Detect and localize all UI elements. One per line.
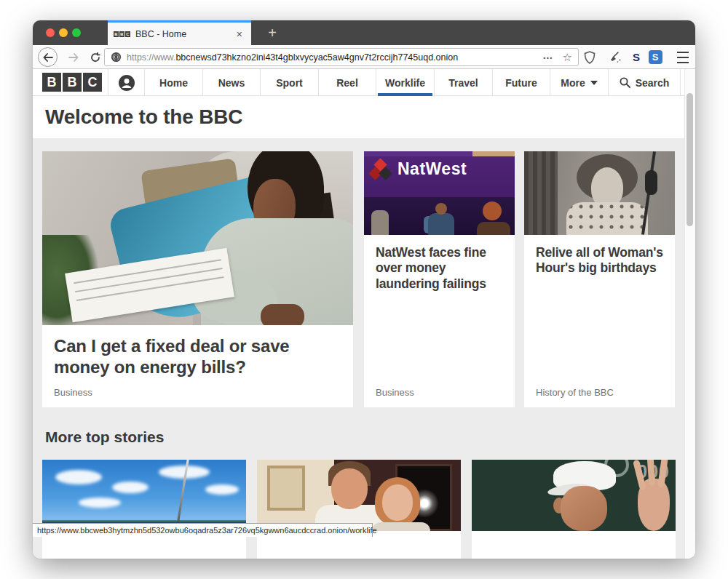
nav-item-reel[interactable]: Reel — [318, 69, 376, 96]
page-title: Welcome to the BBC — [45, 105, 242, 129]
page-scrollbar[interactable] — [684, 69, 695, 559]
bbc-header-nav: BBC Home News Sport Reel Worklife Travel… — [33, 69, 684, 96]
browser-window: BBC BBC - Home × + https://www.bbcnewsd7… — [33, 20, 695, 559]
story-category[interactable]: Business — [54, 387, 92, 398]
story-image-womans-hour-bw — [524, 151, 675, 235]
story-image-natwest-branch: NatWest — [364, 151, 515, 235]
bbc-logo[interactable]: BBC — [42, 73, 102, 92]
story-image-sky-mast — [42, 460, 246, 531]
tab-close-icon[interactable]: × — [234, 28, 245, 41]
bbc-account-icon[interactable] — [108, 69, 144, 96]
reload-button[interactable] — [85, 47, 105, 67]
story-image-couple — [257, 460, 461, 531]
story-card-womans-hour[interactable]: Relive all of Woman's Hour's big birthda… — [524, 151, 675, 407]
story-card-natwest[interactable]: NatWest NatWest faces fine over money la… — [364, 151, 515, 407]
status-url-text: https://www.bbcweb3hytmzhn5d532owbu6oqad… — [37, 526, 377, 535]
scrollbar-thumb[interactable] — [687, 93, 693, 226]
tab-title: BBC - Home — [135, 29, 234, 39]
tab-bar: BBC BBC - Home × + — [33, 20, 695, 45]
nav-item-sport[interactable]: Sport — [260, 69, 318, 96]
nav-item-travel[interactable]: Travel — [434, 69, 492, 96]
story-card-andy-murray[interactable]: 000 — [472, 460, 676, 559]
story-category[interactable]: Business — [376, 387, 414, 398]
bookmark-star-icon[interactable]: ☆ — [563, 51, 572, 64]
bbc-favicon-icon: BBC — [114, 31, 130, 37]
url-domain: bbcnewsd73hkzno2ini43t4gblxvycyac5aw4gnv… — [175, 52, 458, 63]
forward-button[interactable] — [63, 47, 83, 67]
link-status-bar: https://www.bbcweb3hytmzhn5d532owbu6oqad… — [33, 523, 373, 537]
zoom-window-button[interactable] — [72, 28, 81, 37]
close-window-button[interactable] — [46, 28, 55, 37]
story-card-royal-couple[interactable] — [257, 460, 461, 559]
story-headline[interactable]: Can I get a fixed deal or save money on … — [42, 325, 353, 378]
nav-item-worklife[interactable]: Worklife — [376, 69, 434, 96]
page-actions-icon[interactable]: ⋯ — [543, 52, 554, 63]
story-headline[interactable]: Relive all of Woman's Hour's big birthda… — [524, 235, 675, 276]
chevron-down-icon — [590, 81, 598, 85]
menu-hamburger-icon[interactable] — [673, 47, 692, 67]
story-category[interactable]: History of the BBC — [536, 387, 614, 398]
back-button[interactable] — [38, 47, 58, 67]
nav-item-news[interactable]: News — [202, 69, 260, 96]
url-scheme: https://www. — [127, 52, 175, 63]
section-heading: More top stories — [45, 428, 164, 446]
extension-s-icon[interactable]: S — [646, 47, 665, 67]
url-bar[interactable]: https://www.bbcnewsd73hkzno2ini43t4gblxv… — [104, 48, 579, 66]
bbc-homepage-content: Welcome to the BBC Can I get a fixed dea… — [33, 96, 695, 559]
noscript-icon[interactable]: S — [627, 47, 646, 67]
nav-item-future[interactable]: Future — [492, 69, 550, 96]
onion-site-icon[interactable] — [111, 52, 122, 63]
natwest-sign-text: NatWest — [397, 159, 467, 179]
url-text[interactable]: https://www.bbcnewsd73hkzno2ini43t4gblxv… — [127, 52, 543, 63]
nav-item-home[interactable]: Home — [144, 69, 202, 96]
tor-shield-icon[interactable] — [580, 47, 599, 67]
story-card-energy-bills[interactable]: Can I get a fixed deal or save money on … — [42, 151, 353, 407]
navigation-toolbar: https://www.bbcnewsd73hkzno2ini43t4gblxv… — [33, 45, 695, 69]
nav-item-more[interactable]: More — [550, 69, 608, 96]
search-icon — [620, 77, 630, 88]
new-identity-broom-icon[interactable] — [606, 47, 625, 67]
search-button[interactable]: Search — [608, 69, 681, 96]
story-headline[interactable]: NatWest faces fine over money laundering… — [364, 235, 515, 292]
browser-tab[interactable]: BBC BBC - Home × — [108, 20, 251, 45]
welcome-band: Welcome to the BBC — [33, 96, 684, 138]
new-tab-button[interactable]: + — [260, 20, 285, 45]
minimize-window-button[interactable] — [59, 28, 68, 37]
story-image-woman-reading-bill — [42, 151, 353, 325]
story-card-sailing[interactable] — [42, 460, 246, 559]
story-image-tennis-player: 000 — [472, 460, 676, 531]
